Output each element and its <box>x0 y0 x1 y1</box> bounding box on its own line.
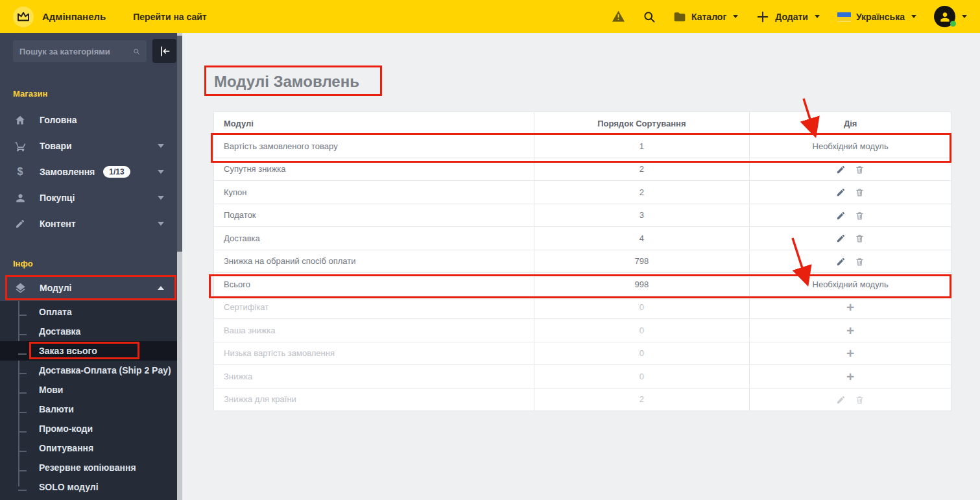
add-icon[interactable]: + <box>846 300 854 315</box>
module-name-cell: Доставка <box>214 227 534 250</box>
delete-icon[interactable] <box>855 187 865 197</box>
module-name-cell: Знижка для країни <box>214 388 534 411</box>
module-name-cell: Низька вартість замовлення <box>214 342 534 365</box>
table-row: Сертифікат0+ <box>214 296 951 319</box>
submenu-item-shipping[interactable]: Доставка <box>0 322 177 341</box>
table-row: Вартість замовленого товару1Необхідний м… <box>214 135 951 158</box>
language-label: Українська <box>856 12 905 22</box>
delete-icon[interactable] <box>855 211 865 220</box>
add-icon[interactable]: + <box>846 323 854 338</box>
column-header: Порядок Сортування <box>534 112 750 135</box>
sort-order-cell: 2 <box>534 388 750 411</box>
page-title: Модулі Замовлень <box>214 73 359 91</box>
catalog-label: Каталог <box>691 12 726 22</box>
table-row: Знижка для країни2 <box>214 388 951 411</box>
edit-icon[interactable] <box>836 187 846 197</box>
category-search-input[interactable] <box>19 47 133 56</box>
submenu-item-label: Валюти <box>39 404 74 414</box>
search-icon[interactable] <box>643 10 656 23</box>
edit-icon[interactable] <box>836 233 846 243</box>
chevron-up-icon <box>158 286 164 290</box>
sort-order-cell: 3 <box>534 204 750 227</box>
category-search <box>13 40 147 62</box>
sidebar-item-modules[interactable]: Модулі <box>0 275 177 301</box>
submenu-item-promo-codes[interactable]: Промо-коди <box>0 419 177 438</box>
submenu-item-languages[interactable]: Мови <box>0 380 177 399</box>
ukraine-flag-icon <box>837 12 851 21</box>
catalog-menu[interactable]: Каталог <box>673 10 738 23</box>
sidebar-item-orders[interactable]: $Замовлення1/13 <box>0 159 177 185</box>
submenu-item-payment[interactable]: Оплата <box>0 302 177 322</box>
action-cell <box>750 181 951 204</box>
alerts-warning-icon[interactable] <box>612 10 625 23</box>
brand-title: Адмінпанель <box>42 11 106 22</box>
topbar: Адмінпанель Перейти на сайт Каталог Дода… <box>0 0 980 33</box>
delete-icon[interactable] <box>855 233 865 243</box>
submenu-item-backup[interactable]: Резервне копіювання <box>0 458 177 477</box>
collapse-left-icon <box>158 45 171 58</box>
submenu-item-order-total[interactable]: Заказ всього <box>0 341 177 361</box>
delete-icon[interactable] <box>855 395 865 405</box>
edit-icon[interactable] <box>836 211 846 220</box>
edit-icon[interactable] <box>836 165 846 174</box>
user-menu[interactable] <box>934 6 967 27</box>
sidebar-scrollbar-thumb[interactable] <box>177 36 182 252</box>
module-name-cell: Супутня знижка <box>214 158 534 181</box>
go-to-site-link[interactable]: Перейти на сайт <box>133 12 206 22</box>
table-row: Знижка0+ <box>214 365 951 388</box>
action-cell <box>750 204 951 227</box>
action-cell <box>750 227 951 250</box>
sidebar-item-content[interactable]: Контент <box>0 211 177 237</box>
table-row: Всього998Необхідний модуль <box>214 273 951 296</box>
avatar <box>934 6 955 27</box>
submenu-item-solo-modules[interactable]: SOLO модулі <box>0 477 177 497</box>
submenu-item-surveys[interactable]: Опитування <box>0 438 177 458</box>
module-name-cell: Знижка <box>214 365 534 388</box>
sort-order-cell: 0 <box>534 365 750 388</box>
add-icon[interactable]: + <box>846 369 854 384</box>
action-cell <box>750 250 951 273</box>
table-row: Податок3 <box>214 204 951 227</box>
add-icon[interactable]: + <box>846 346 854 361</box>
submenu-item-ship2pay[interactable]: Доставка-Оплата (Ship 2 Pay) <box>0 361 177 380</box>
add-menu[interactable]: Додати <box>756 10 820 24</box>
table-row: Доставка4 <box>214 227 951 250</box>
sidebar-item-label: Покупці <box>40 193 75 203</box>
table-row: Низька вартість замовлення0+ <box>214 342 951 365</box>
sidebar-item-label: Контент <box>40 219 76 229</box>
action-cell: Необхідний модуль <box>750 273 951 296</box>
action-cell: Необхідний модуль <box>750 135 951 158</box>
action-cell: + <box>750 319 951 342</box>
sidebar-collapse-button[interactable] <box>152 39 176 63</box>
table-row: Купон2 <box>214 181 951 204</box>
delete-icon[interactable] <box>855 257 865 267</box>
crown-logo-icon <box>13 6 34 27</box>
sidebar-item-products[interactable]: Товари <box>0 133 177 159</box>
delete-icon[interactable] <box>855 165 865 174</box>
sort-order-cell: 4 <box>534 227 750 250</box>
action-cell: + <box>750 296 951 319</box>
add-label: Додати <box>775 12 808 22</box>
chevron-down-icon <box>158 170 164 174</box>
submenu-item-label: Оплата <box>39 307 72 317</box>
sort-order-cell: 0 <box>534 319 750 342</box>
search-icon <box>133 46 140 57</box>
edit-icon[interactable] <box>836 395 846 405</box>
submenu-item-currencies[interactable]: Валюти <box>0 399 177 419</box>
table-row: Ваша знижка0+ <box>214 319 951 342</box>
submenu-item-label: Доставка <box>39 326 80 337</box>
chevron-down-icon <box>733 15 738 18</box>
submenu-item-label: Заказ всього <box>39 346 97 356</box>
language-menu[interactable]: Українська <box>837 12 916 22</box>
sidebar-item-customers[interactable]: Покупці <box>0 185 177 211</box>
required-module-label: Необхідний модуль <box>813 280 889 289</box>
submenu-item-label: SOLO модулі <box>39 482 99 492</box>
module-name-cell: Купон <box>214 181 534 204</box>
chevron-down-icon <box>158 144 164 148</box>
cart-icon <box>13 140 27 152</box>
edit-icon[interactable] <box>836 257 846 267</box>
sidebar-item-home[interactable]: Головна <box>0 107 177 133</box>
chevron-down-icon <box>815 15 820 18</box>
home-icon <box>13 114 27 126</box>
info-menu: Модулі <box>0 275 177 301</box>
